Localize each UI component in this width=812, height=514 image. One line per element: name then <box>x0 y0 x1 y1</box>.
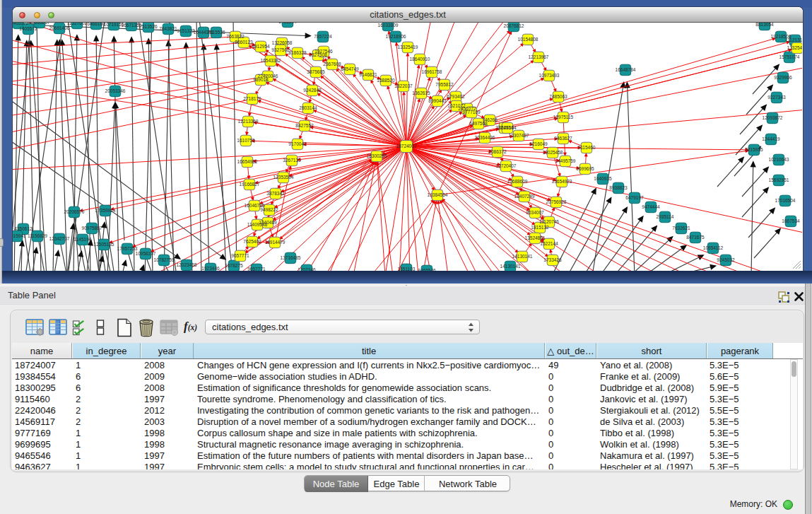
svg-text:16648784: 16648784 <box>616 67 636 72</box>
svg-text:19384554: 19384554 <box>428 192 448 197</box>
svg-text:7485063: 7485063 <box>549 94 567 99</box>
svg-text:11120746: 11120746 <box>539 219 559 224</box>
svg-text:17016504: 17016504 <box>775 198 796 203</box>
svg-text:9170042: 9170042 <box>288 141 307 146</box>
svg-text:13325419: 13325419 <box>787 45 802 50</box>
svg-text:9115460: 9115460 <box>578 145 596 150</box>
svg-text:14130141: 14130141 <box>500 264 521 269</box>
svg-text:17359924: 17359924 <box>95 208 116 213</box>
svg-text:16914479: 16914479 <box>265 240 286 245</box>
svg-text:9227343: 9227343 <box>767 95 786 100</box>
svg-text:16543382: 16543382 <box>261 58 281 63</box>
svg-text:15692951: 15692951 <box>769 177 789 182</box>
svg-text:9327502: 9327502 <box>271 47 290 52</box>
svg-text:9245032: 9245032 <box>717 257 735 262</box>
svg-text:1678275: 1678275 <box>225 263 243 268</box>
svg-text:3267130: 3267130 <box>283 158 301 163</box>
svg-text:1667534: 1667534 <box>782 218 800 223</box>
svg-text:9151322: 9151322 <box>177 28 195 33</box>
svg-text:12342737: 12342737 <box>49 236 70 241</box>
svg-text:3875685: 3875685 <box>307 69 325 74</box>
svg-text:12505135: 12505135 <box>94 242 114 247</box>
svg-text:9498222: 9498222 <box>260 207 278 212</box>
svg-text:9329966: 9329966 <box>774 75 792 80</box>
svg-text:9474444: 9474444 <box>642 204 660 209</box>
svg-text:9657771: 9657771 <box>231 253 249 258</box>
svg-text:9657771: 9657771 <box>247 267 266 271</box>
svg-text:20053346: 20053346 <box>105 88 126 93</box>
svg-text:11156829: 11156829 <box>28 233 47 238</box>
svg-text:8215955: 8215955 <box>745 147 763 152</box>
svg-text:20876812: 20876812 <box>504 23 524 28</box>
svg-text:14130141: 14130141 <box>512 254 533 259</box>
svg-text:10782759: 10782759 <box>154 257 175 262</box>
svg-text:14495759: 14495759 <box>555 158 576 163</box>
svg-text:6497568: 6497568 <box>469 121 488 126</box>
svg-text:9463627: 9463627 <box>554 136 572 141</box>
svg-text:12405572: 12405572 <box>13 23 29 25</box>
svg-text:9777169: 9777169 <box>462 110 481 115</box>
svg-text:1815132: 1815132 <box>531 225 549 230</box>
svg-text:9146821: 9146821 <box>359 72 377 77</box>
svg-text:989014: 989014 <box>253 77 269 82</box>
svg-text:1244419: 1244419 <box>762 136 780 141</box>
svg-text:11121314: 11121314 <box>785 37 802 42</box>
svg-text:6479197: 6479197 <box>625 195 644 200</box>
svg-text:1405572: 1405572 <box>19 26 37 31</box>
svg-text:1822037: 1822037 <box>394 83 413 88</box>
svg-text:7643821: 7643821 <box>159 26 177 31</box>
svg-text:20756928: 20756928 <box>546 199 567 204</box>
svg-text:2718176: 2718176 <box>243 96 261 101</box>
svg-text:12975115: 12975115 <box>553 115 574 119</box>
svg-text:12353594: 12353594 <box>273 175 294 180</box>
svg-text:1522144: 1522144 <box>540 241 558 246</box>
svg-text:10653267: 10653267 <box>30 23 50 25</box>
svg-text:16654982: 16654982 <box>237 159 258 164</box>
svg-text:16033809: 16033809 <box>378 23 399 28</box>
svg-text:13226058: 13226058 <box>272 40 293 45</box>
svg-text:10025458: 10025458 <box>543 150 563 155</box>
svg-text:10210643: 10210643 <box>769 157 789 162</box>
svg-text:7513526: 7513526 <box>139 24 158 29</box>
svg-text:7663822: 7663822 <box>226 34 245 39</box>
svg-text:11527602: 11527602 <box>67 23 88 25</box>
svg-text:7515536: 7515536 <box>207 30 225 35</box>
svg-text:19166827: 19166827 <box>240 182 260 187</box>
svg-text:8938823: 8938823 <box>609 185 628 190</box>
svg-text:10958107: 10958107 <box>136 251 156 256</box>
svg-text:2086372: 2086372 <box>488 149 507 154</box>
svg-text:7955812: 7955812 <box>435 82 454 87</box>
svg-text:1588520: 1588520 <box>377 78 395 83</box>
svg-text:9242848: 9242848 <box>303 88 322 93</box>
svg-text:10973493: 10973493 <box>539 73 560 78</box>
svg-text:1340489: 1340489 <box>259 220 277 225</box>
svg-text:9699695: 9699695 <box>576 166 594 171</box>
svg-text:8427552: 8427552 <box>295 123 314 128</box>
svg-text:6216049: 6216049 <box>529 141 548 146</box>
svg-text:15751074: 15751074 <box>779 54 800 59</box>
svg-text:7625402: 7625402 <box>243 239 261 244</box>
svg-text:2935114: 2935114 <box>657 214 674 219</box>
svg-text:6466160: 6466160 <box>87 23 105 26</box>
svg-text:16961758: 16961758 <box>422 69 442 74</box>
svg-text:17957253: 17957253 <box>117 246 138 251</box>
svg-text:8912954: 8912954 <box>252 44 270 49</box>
svg-text:1733426: 1733426 <box>543 257 562 262</box>
svg-text:7857224: 7857224 <box>314 34 332 39</box>
svg-text:13524851: 13524851 <box>525 235 546 240</box>
svg-text:2803144: 2803144 <box>299 105 317 110</box>
svg-text:10720407: 10720407 <box>496 163 517 168</box>
svg-text:10154808: 10154808 <box>518 37 539 42</box>
svg-text:90975867: 90975867 <box>82 226 102 230</box>
svg-text:18300295: 18300295 <box>367 153 387 158</box>
svg-text:13654923: 13654923 <box>552 179 572 184</box>
svg-text:18724007: 18724007 <box>396 144 417 148</box>
svg-text:20691406: 20691406 <box>49 25 70 30</box>
svg-text:1927546: 1927546 <box>314 49 333 54</box>
svg-text:3624554: 3624554 <box>498 125 517 130</box>
svg-text:20364436: 20364436 <box>475 135 495 140</box>
svg-text:1640935: 1640935 <box>594 176 612 181</box>
svg-text:10688609: 10688609 <box>507 179 528 184</box>
svg-text:1610755: 1610755 <box>237 138 255 143</box>
svg-text:8990443: 8990443 <box>428 98 447 103</box>
